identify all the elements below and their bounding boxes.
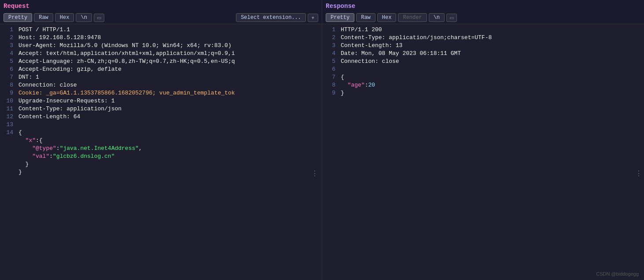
request-lines: 1POST / HTTP/1.12Host: 192.168.5.128:947… (4, 26, 318, 176)
response-panel: Response Pretty Raw Hex Render \n ▭ 1HTT… (322, 0, 644, 280)
table-row: 9Cookie: _ga=GA1.1.1353785866.1682052796… (4, 89, 318, 97)
line-content: "x":{ (18, 137, 43, 145)
table-row: 10Upgrade-Insecure-Requests: 1 (4, 97, 318, 105)
response-toggle-button[interactable]: ▭ (446, 14, 457, 22)
table-row: "x":{ (4, 137, 318, 145)
line-number: 2 (326, 34, 335, 42)
line-content: Content-Length: 13 (341, 42, 402, 50)
line-number: 10 (4, 97, 13, 105)
line-content: Cookie: _ga=GA1.1.1353785866.1682052796;… (18, 89, 235, 97)
line-content: HTTP/1.1 200 (341, 26, 382, 34)
line-content: Content-Type: application/json;charset=U… (341, 34, 492, 42)
select-extension-arrow[interactable]: ▾ (308, 14, 318, 22)
line-number: 12 (4, 113, 13, 121)
line-content: Accept: text/html,application/xhtml+xml,… (18, 50, 235, 58)
response-more-icon[interactable]: ⋮ (635, 169, 642, 178)
request-toggle-button[interactable]: ▭ (94, 14, 104, 22)
line-number: 8 (4, 81, 13, 89)
line-number (4, 153, 13, 160)
response-raw-button[interactable]: Raw (356, 13, 375, 22)
table-row: 5Connection: close (326, 58, 640, 65)
line-content: Connection: close (341, 58, 399, 65)
table-row: 1POST / HTTP/1.1 (4, 26, 318, 34)
table-row: 2Content-Type: application/json;charset=… (326, 34, 640, 42)
line-number: 3 (4, 42, 13, 50)
table-row: 9} (326, 89, 640, 97)
table-row: 3User-Agent: Mozilla/5.0 (Windows NT 10.… (4, 42, 318, 50)
request-newline-button[interactable]: \n (76, 13, 92, 22)
line-number: 7 (326, 73, 335, 81)
request-pretty-button[interactable]: Pretty (4, 13, 32, 22)
table-row: 1HTTP/1.1 200 (326, 26, 640, 34)
request-more-icon[interactable]: ⋮ (311, 169, 318, 178)
line-content: { (18, 129, 22, 137)
table-row: 8Connection: close (4, 81, 318, 89)
line-content: "val":"glcbz6.dnslog.cn" (18, 153, 114, 160)
response-toolbar: Pretty Raw Hex Render \n ▭ (322, 11, 644, 24)
line-number: 14 (4, 129, 13, 137)
line-content: } (18, 160, 29, 168)
line-number: 9 (326, 89, 335, 97)
table-row: 13 (4, 121, 318, 129)
table-row: 2Host: 192.168.5.128:9478 (4, 34, 318, 42)
request-panel: Request Pretty Raw Hex \n ▭ Select exten… (0, 0, 322, 280)
response-panel-header: Response (322, 0, 644, 11)
line-number: 6 (326, 65, 335, 73)
line-number (4, 168, 13, 176)
table-row: 14{ (4, 129, 318, 137)
line-number: 1 (326, 26, 335, 34)
main-container: Request Pretty Raw Hex \n ▭ Select exten… (0, 0, 644, 280)
watermark: CSDN @biddogegg (596, 271, 639, 276)
table-row: } (4, 160, 318, 168)
line-content: Upgrade-Insecure-Requests: 1 (18, 97, 114, 105)
response-render-button[interactable]: Render (398, 13, 427, 22)
response-newline-button[interactable]: \n (429, 13, 445, 22)
line-number: 9 (4, 89, 13, 97)
line-content: "age":20 (341, 81, 375, 89)
table-row: 4Accept: text/html,application/xhtml+xml… (4, 50, 318, 58)
response-lines: 1HTTP/1.1 2002Content-Type: application/… (326, 26, 640, 97)
line-number (4, 160, 13, 168)
line-content: } (18, 168, 22, 176)
line-content: Accept-Encoding: gzip, deflate (18, 65, 121, 73)
line-content: "@type":"java.net.Inet4Address", (18, 145, 142, 153)
line-content: Date: Mon, 08 May 2023 06:18:11 GMT (341, 50, 461, 58)
table-row: } (4, 168, 318, 176)
line-content: Content-Type: application/json (18, 105, 121, 113)
line-number: 4 (326, 50, 335, 58)
response-pretty-button[interactable]: Pretty (326, 13, 354, 22)
table-row: 4Date: Mon, 08 May 2023 06:18:11 GMT (326, 50, 640, 58)
line-content: User-Agent: Mozilla/5.0 (Windows NT 10.0… (18, 42, 235, 50)
request-raw-button[interactable]: Raw (34, 13, 53, 22)
line-number: 1 (4, 26, 13, 34)
line-content: Content-Length: 64 (18, 113, 80, 121)
line-number: 13 (4, 121, 13, 129)
line-number: 5 (4, 58, 13, 65)
table-row: 8 "age":20 (326, 81, 640, 89)
select-extension-button[interactable]: Select extension... (236, 13, 306, 22)
line-number: 6 (4, 65, 13, 73)
request-hex-button[interactable]: Hex (55, 13, 74, 22)
line-content: Connection: close (18, 81, 77, 89)
response-hex-button[interactable]: Hex (377, 13, 397, 22)
line-number (4, 145, 13, 153)
response-content-area[interactable]: 1HTTP/1.1 2002Content-Type: application/… (322, 24, 644, 280)
line-number: 5 (326, 58, 335, 65)
table-row: 11Content-Type: application/json (4, 105, 318, 113)
table-row: 7DNT: 1 (4, 73, 318, 81)
line-content: DNT: 1 (18, 73, 39, 81)
line-content: POST / HTTP/1.1 (18, 26, 70, 34)
line-content: Accept-Language: zh-CN,zh;q=0.8,zh-TW;q=… (18, 58, 235, 65)
table-row: 12Content-Length: 64 (4, 113, 318, 121)
line-number: 7 (4, 73, 13, 81)
line-number: 8 (326, 81, 335, 89)
table-row: "val":"glcbz6.dnslog.cn" (4, 153, 318, 160)
line-content: { (341, 73, 344, 81)
line-number: 4 (4, 50, 13, 58)
table-row: 6Accept-Encoding: gzip, deflate (4, 65, 318, 73)
request-content-area[interactable]: 1POST / HTTP/1.12Host: 192.168.5.128:947… (0, 24, 322, 280)
request-toolbar: Pretty Raw Hex \n ▭ Select extension... … (0, 11, 322, 24)
response-title: Response (326, 2, 355, 11)
line-number: 3 (326, 42, 335, 50)
line-content: } (341, 89, 344, 97)
